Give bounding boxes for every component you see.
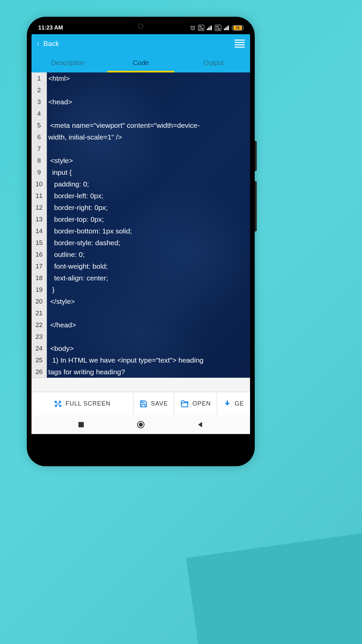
phone-frame: 11:23 AM VoLTE VoLTE 75 xyxy=(27,17,255,466)
nav-back-button[interactable] xyxy=(197,421,204,428)
svg-rect-1 xyxy=(78,422,84,427)
app-header: ‹ Back xyxy=(32,34,250,53)
chevron-left-icon: ‹ xyxy=(37,39,39,48)
code-line xyxy=(48,108,249,119)
line-number: 20 xyxy=(32,296,47,307)
code-line: } xyxy=(48,284,249,296)
line-number: 1 xyxy=(32,72,47,84)
code-line xyxy=(48,143,249,155)
signal-icon-2 xyxy=(224,25,229,30)
code-line: <body> xyxy=(48,342,249,354)
button-label: OPEN xyxy=(192,400,211,407)
button-label: GE xyxy=(235,400,244,407)
download-icon xyxy=(223,400,231,408)
code-line: <head> xyxy=(48,96,249,108)
tab-code[interactable]: Code xyxy=(104,53,177,72)
phone-side-button xyxy=(255,141,257,171)
menu-button[interactable] xyxy=(235,40,245,48)
code-line xyxy=(48,331,249,342)
back-label: Back xyxy=(43,40,59,48)
line-number: 18 xyxy=(32,272,47,284)
line-number: 14 xyxy=(32,225,47,237)
code-line: <html> xyxy=(48,72,249,84)
bottom-toolbar: FULL SCREEN SAVE OPEN GE xyxy=(32,392,250,415)
tab-description[interactable]: Description xyxy=(32,53,104,72)
phone-side-button xyxy=(255,181,257,231)
open-button[interactable]: OPEN xyxy=(174,392,217,415)
background-decoration xyxy=(186,530,362,644)
line-number: 5 xyxy=(32,119,47,131)
line-number: 26 xyxy=(32,366,47,378)
line-number: 16 xyxy=(32,249,47,260)
code-line: font-weight: bold; xyxy=(48,260,249,272)
signal-icon-1 xyxy=(207,25,212,30)
line-number: 9 xyxy=(32,166,47,178)
line-number: 2 xyxy=(32,84,47,96)
code-line: <style> xyxy=(48,155,249,166)
folder-open-icon xyxy=(180,400,189,408)
code-line: border-left: 0px; xyxy=(48,190,249,202)
code-line: <meta name="viewport" content="width=dev… xyxy=(48,119,249,131)
save-button[interactable]: SAVE xyxy=(133,392,174,415)
tab-label: Output xyxy=(203,59,224,67)
code-line: tags for writing heading? xyxy=(48,366,249,378)
line-number: 10 xyxy=(32,178,47,190)
line-number: 13 xyxy=(32,213,47,225)
code-line: </style> xyxy=(48,296,249,307)
bottom-spacer xyxy=(32,378,250,392)
line-number: 4 xyxy=(32,108,47,119)
line-number: 25 xyxy=(32,354,47,366)
line-number: 12 xyxy=(32,202,47,213)
line-number: 6 xyxy=(32,131,47,143)
volte-icon-1: VoLTE xyxy=(198,25,204,31)
volte-icon-2: VoLTE xyxy=(215,25,221,31)
code-line: border-right: 0px; xyxy=(48,202,249,213)
nav-home-button[interactable] xyxy=(136,420,145,429)
code-line xyxy=(48,84,249,96)
save-icon xyxy=(139,400,147,408)
code-line: border-bottom: 1px solid; xyxy=(48,225,249,237)
line-number: 23 xyxy=(32,331,47,342)
code-line: width, initial-scale=1" /> xyxy=(48,131,249,143)
line-number: 17 xyxy=(32,260,47,272)
phone-notch xyxy=(107,21,174,31)
code-line: text-align: center; xyxy=(48,272,249,284)
back-button[interactable]: ‹ Back xyxy=(37,39,235,48)
code-content[interactable]: <html><head> <meta name="viewport" conte… xyxy=(47,72,250,378)
code-line xyxy=(48,307,249,319)
alarm-icon xyxy=(190,25,195,31)
line-number: 3 xyxy=(32,96,47,108)
line-number: 21 xyxy=(32,307,47,319)
line-number: 15 xyxy=(32,237,47,249)
code-line: 1) In HTML we have <input type="text"> h… xyxy=(48,354,249,366)
code-editor[interactable]: 1234567891011121314151617181920212223242… xyxy=(32,72,250,378)
button-label: SAVE xyxy=(151,400,168,407)
battery-icon: 75 xyxy=(232,25,243,31)
code-line: </head> xyxy=(48,319,249,331)
tab-label: Description xyxy=(51,59,85,67)
code-line: border-top: 0px; xyxy=(48,213,249,225)
tab-output[interactable]: Output xyxy=(177,53,250,72)
code-line: border-style: dashed; xyxy=(48,237,249,249)
fullscreen-button[interactable]: FULL SCREEN xyxy=(32,392,133,415)
line-number: 22 xyxy=(32,319,47,331)
tab-label: Code xyxy=(133,59,149,67)
status-time: 11:23 AM xyxy=(38,24,63,31)
fullscreen-icon xyxy=(54,400,62,408)
code-line: outline: 0; xyxy=(48,249,249,260)
code-line: padding: 0; xyxy=(48,178,249,190)
get-button[interactable]: GE xyxy=(217,392,250,415)
line-number-gutter: 1234567891011121314151617181920212223242… xyxy=(32,72,47,378)
line-number: 19 xyxy=(32,284,47,296)
battery-level: 75 xyxy=(233,26,242,30)
nav-recent-button[interactable] xyxy=(78,421,84,428)
svg-point-3 xyxy=(139,423,143,427)
line-number: 24 xyxy=(32,342,47,354)
android-nav-bar xyxy=(32,415,250,434)
line-number: 11 xyxy=(32,190,47,202)
tabs: Description Code Output xyxy=(32,53,250,72)
button-label: FULL SCREEN xyxy=(65,400,110,407)
line-number: 8 xyxy=(32,155,47,166)
line-number: 7 xyxy=(32,143,47,155)
code-line: input { xyxy=(48,166,249,178)
